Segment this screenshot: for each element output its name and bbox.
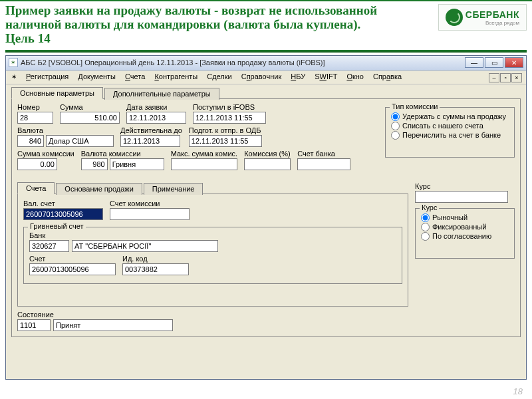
menu-help[interactable]: Справка (369, 72, 406, 82)
commission-radio-debit[interactable]: Списать с нашего счета (391, 122, 509, 130)
valid-label: Действительна до (120, 126, 182, 134)
subtab-accounts[interactable]: Счета (17, 182, 55, 194)
app-window: ✶ АБС Б2 [VSOBOL] Операционный день 12.1… (5, 55, 527, 380)
sent-label: Подгот. к отпр. в ОДБ (189, 126, 262, 134)
bank-acct-label: Счет банка (297, 150, 350, 158)
rate-label: Курс (415, 182, 515, 190)
commission-radio-withhold[interactable]: Удержать с суммы на продажу (391, 112, 509, 121)
date-label: Дата заявки (126, 103, 186, 111)
acct-label: Счет (29, 255, 116, 263)
bank-code-input[interactable] (29, 240, 69, 252)
amount-input[interactable] (60, 112, 120, 124)
comm-amount-input[interactable] (17, 158, 57, 170)
sberbank-logo: СБЕРБАНК Всегда рядом (438, 4, 527, 31)
state-label: Состояние (17, 311, 173, 319)
comm-pct-label: Комиссия (%) (244, 150, 291, 158)
val-acct-label: Вал. счет (23, 200, 103, 207)
commission-type-group: Тип комиссии Удержать с суммы на продажу… (385, 107, 515, 158)
currency-label: Валюта (17, 126, 114, 134)
app-icon: ✶ (9, 58, 18, 67)
comm-pct-input[interactable] (244, 158, 291, 170)
maximize-button[interactable]: ▭ (485, 57, 503, 68)
commission-radio-debit-label: Списать с нашего счета (402, 122, 483, 130)
mdi-restore-button[interactable]: ▫ (500, 73, 511, 82)
window-titlebar: ✶ АБС Б2 [VSOBOL] Операционный день 12.1… (6, 56, 526, 70)
subtab-note[interactable]: Примечание (144, 183, 203, 195)
menu-nbu[interactable]: НБУ (287, 72, 309, 82)
menu-documents[interactable]: Документы (74, 72, 120, 82)
rate-radio-fixed-label: Фиксированный (432, 223, 486, 231)
number-input[interactable] (17, 112, 53, 124)
valid-input[interactable] (120, 135, 180, 147)
menu-reference[interactable]: Справочник (237, 72, 286, 82)
comm-amount-label: Сумма комиссии (17, 150, 74, 158)
received-input[interactable] (193, 112, 266, 124)
rate-radio-fixed[interactable]: Фиксированный (421, 223, 509, 231)
divider (5, 50, 527, 53)
minimize-button[interactable]: — (465, 57, 483, 68)
menu-swift[interactable]: SWIFT (311, 72, 341, 82)
state-text-input[interactable] (53, 319, 173, 331)
logo-text: СБЕРБАНК (466, 9, 519, 20)
slide-title: Пример заявки на продажу валюты - возвра… (5, 4, 378, 46)
mdi-minimize-button[interactable]: – (489, 73, 499, 82)
bank-label: Банк (29, 231, 218, 239)
comm-curr-name-input[interactable] (110, 158, 164, 170)
number-label: Номер (17, 103, 53, 111)
val-acct-input[interactable] (23, 208, 103, 220)
rate-radio-agreed-label: По согласованию (432, 232, 491, 240)
logo-tagline: Всегда рядом (466, 20, 519, 26)
commission-radio-withhold-label: Удержать с суммы на продажу (402, 112, 506, 120)
window-title: АБС Б2 [VSOBOL] Операционный день 12.11.… (21, 59, 465, 66)
tab-additional-params[interactable]: Дополнительные параметры (104, 88, 219, 100)
commission-radio-transfer-label: Перечислить на счет в банке (402, 131, 501, 139)
bank-name-input[interactable] (72, 240, 218, 252)
id-input[interactable] (122, 263, 189, 275)
sent-input[interactable] (189, 135, 262, 147)
acct-input[interactable] (29, 263, 116, 275)
comm-acct-label: Счет комиссии (110, 200, 190, 207)
mdi-close-button[interactable]: × (511, 73, 522, 82)
close-button[interactable]: ✕ (505, 57, 523, 68)
menu-registration[interactable]: Регистрация (22, 72, 72, 82)
comm-acct-input[interactable] (110, 208, 190, 220)
menu-window[interactable]: Окно (342, 72, 368, 82)
comm-curr-code-input[interactable] (81, 158, 108, 170)
menu-accounts[interactable]: Счета (121, 72, 149, 82)
received-label: Поступил в iFOBS (193, 103, 266, 111)
menubar: ✶ Регистрация Документы Счета Контрагент… (6, 70, 526, 84)
date-input[interactable] (126, 112, 186, 124)
id-label: Ид. код (122, 255, 189, 263)
currency-name-input[interactable] (46, 135, 114, 147)
commission-type-legend: Тип комиссии (390, 102, 440, 110)
max-comm-label: Макс. сумма комис. (171, 150, 237, 158)
rate-radio-market[interactable]: Рыночный (421, 213, 509, 222)
max-comm-input[interactable] (171, 158, 237, 170)
main-panel: Номер Сумма Дата заявки Поступил в iFOBS… (11, 98, 521, 337)
rate-type-group: Курс Рыночный Фиксированный По согласова… (415, 208, 515, 259)
menubar-icon: ✶ (9, 72, 19, 82)
rate-radio-market-label: Рыночный (432, 213, 467, 221)
bank-acct-input[interactable] (297, 158, 350, 170)
sberbank-logo-icon (446, 9, 463, 26)
amount-label: Сумма (60, 103, 120, 111)
tab-main-params[interactable]: Основные параметры (11, 87, 103, 99)
rate-type-legend: Курс (420, 203, 439, 211)
state-code-input[interactable] (17, 319, 51, 331)
currency-code-input[interactable] (17, 135, 44, 147)
accounts-panel: Вал. счет Счет комиссии Гривневый счет Б… (17, 194, 408, 307)
rate-input[interactable] (415, 191, 508, 203)
menu-counterparties[interactable]: Контрагенты (150, 72, 201, 82)
uah-account-legend: Гривневый счет (28, 222, 86, 230)
rate-radio-agreed[interactable]: По согласованию (421, 232, 509, 241)
uah-account-group: Гривневый счет Банк Счет (23, 227, 402, 284)
comm-curr-label: Валюта комиссии (81, 150, 164, 158)
menu-deals[interactable]: Сделки (203, 72, 236, 82)
subtab-basis[interactable]: Основание продажи (56, 183, 142, 195)
commission-radio-transfer[interactable]: Перечислить на счет в банке (391, 131, 509, 140)
page-number: 18 (513, 386, 523, 396)
